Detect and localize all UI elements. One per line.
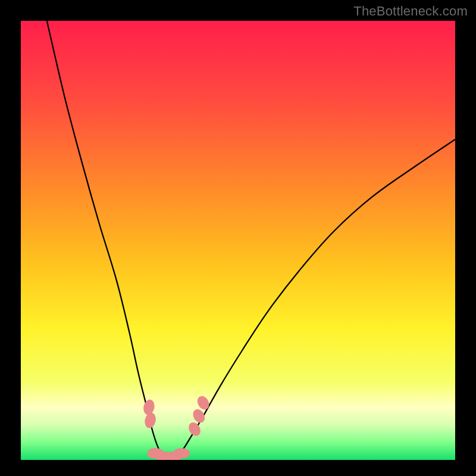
valley-marker (173, 448, 190, 459)
plot-background (21, 21, 455, 460)
chart-frame: TheBottleneck.com (0, 0, 476, 476)
bottleneck-chart (0, 0, 476, 476)
watermark-text: TheBottleneck.com (353, 4, 468, 19)
